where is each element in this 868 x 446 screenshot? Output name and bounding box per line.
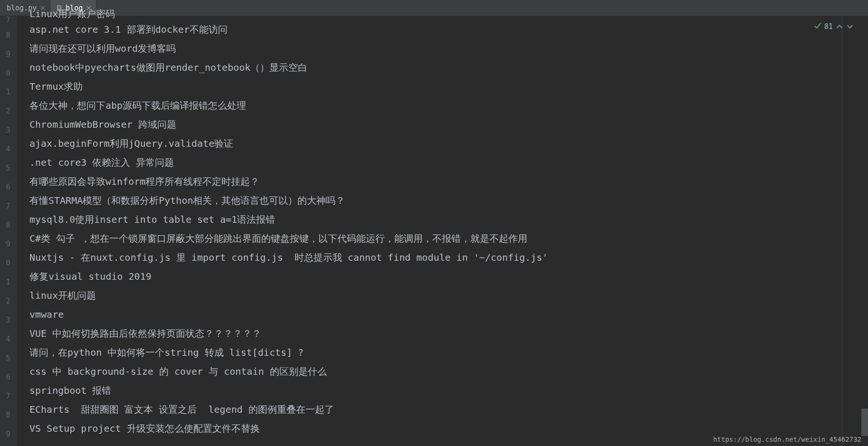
text-line: Nuxtjs - 在nuxt.config.js 里 import config… [29, 248, 868, 267]
text-line: ECharts 甜甜圈图 富文本 设置之后 legend 的图例重叠在一起了 [29, 400, 868, 419]
editor-content[interactable]: Linux用户账户密码 asp.net core 3.1 部署到docker不能… [17, 16, 868, 446]
line-number: 2 [0, 292, 17, 311]
text-line: .net core3 依赖注入 异常问题 [29, 153, 868, 172]
right-margin-line [842, 16, 842, 446]
problems-count: 81 [824, 22, 833, 31]
text-line: 修复visual studio 2019 [29, 267, 868, 286]
line-number: 5 [0, 349, 17, 368]
text-line: springboot 报错 [29, 381, 868, 400]
line-number: 1 [0, 273, 17, 292]
line-number: 2 [0, 102, 17, 121]
scrollbar-thumb[interactable] [861, 408, 868, 436]
problems-indicator[interactable]: 81 [814, 22, 854, 31]
line-number: 9 [0, 235, 17, 254]
line-number: 8 [0, 406, 17, 425]
line-number: 6 [0, 178, 17, 197]
line-number: 0 [0, 254, 17, 273]
text-line: Linux用户账户密码 [29, 8, 868, 20]
check-icon [814, 22, 821, 31]
text-line: 请问现在还可以利用word发博客吗 [29, 39, 868, 58]
text-line: mysql8.0使用insert into table set a=1语法报错 [29, 210, 868, 229]
text-line: VUE 中如何切换路由后依然保持页面状态？？？？？？ [29, 324, 868, 343]
line-number: 9 [0, 45, 17, 64]
text-line: vmware [29, 305, 868, 324]
line-number: 0 [0, 64, 17, 83]
text-line: VS Setup project 升级安装怎么使配置文件不替换 [29, 419, 868, 438]
text-line: 请问，在python 中如何将一个string 转成 list[dicts] ? [29, 343, 868, 362]
line-number: 3 [0, 311, 17, 330]
chevron-down-icon[interactable] [846, 23, 854, 30]
text-line: Termux求助 [29, 77, 868, 96]
status-url: https://blog.csdn.net/weixin_45462732 [713, 436, 861, 443]
line-number: 4 [0, 330, 17, 349]
text-line: ajax.beginForm利用jQuery.validate验证 [29, 134, 868, 153]
line-number: 6 [0, 368, 17, 387]
line-number-gutter: 7 8 9 0 1 2 3 4 5 6 7 8 9 0 1 2 3 4 5 6 … [0, 16, 17, 446]
text-line: 各位大神，想问下abp源码下载后编译报错怎么处理 [29, 96, 868, 115]
text-line: 有懂STARMA模型（和数据分析Python相关，其他语言也可以）的大神吗？ [29, 191, 868, 210]
text-line: C#类 勾子 ，想在一个锁屏窗口屏蔽大部分能跳出界面的键盘按键，以下代码能运行，… [29, 229, 868, 248]
line-number: 7 [0, 197, 17, 216]
line-number: 1 [0, 83, 17, 102]
text-line: ChromiumWebBrowser 跨域问题 [29, 115, 868, 134]
text-line: css 中 background-size 的 cover 与 contain … [29, 362, 868, 381]
line-number: 3 [0, 121, 17, 140]
chevron-up-icon[interactable] [836, 23, 843, 30]
text-line: asp.net core 3.1 部署到docker不能访问 [29, 20, 868, 39]
line-number: 8 [0, 216, 17, 235]
svg-rect-1 [58, 6, 60, 7]
text-line: linux开机问题 [29, 286, 868, 305]
line-number: 4 [0, 140, 17, 159]
line-number: 9 [0, 425, 17, 444]
text-line: 有哪些原因会导致winform程序所有线程不定时挂起？ [29, 172, 868, 191]
line-number: 7 [0, 17, 17, 26]
line-number: 7 [0, 387, 17, 406]
line-number: 8 [0, 26, 17, 45]
line-number: 5 [0, 159, 17, 178]
text-line: notebook中pyecharts做图用render_notebook（）显示… [29, 58, 868, 77]
editor-area[interactable]: 7 8 9 0 1 2 3 4 5 6 7 8 9 0 1 2 3 4 5 6 … [0, 16, 868, 446]
